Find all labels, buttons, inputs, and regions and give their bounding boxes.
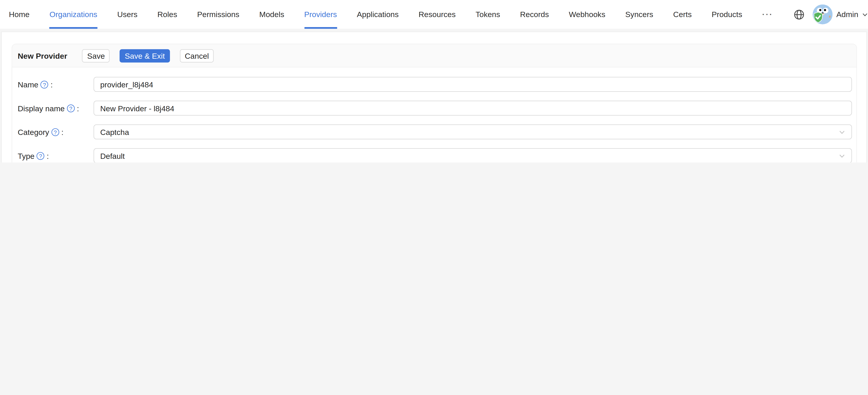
nav-item-permissions[interactable]: Permissions — [197, 0, 239, 29]
form-row-name: Name ? : — [18, 77, 852, 92]
field-label-category: Category ? : — [18, 127, 94, 136]
label-text: Category — [18, 127, 49, 136]
chevron-down-icon — [839, 153, 845, 159]
chevron-down-icon — [862, 11, 868, 18]
nav-item-webhooks[interactable]: Webhooks — [569, 0, 605, 29]
field-label-display-name: Display name ? : — [18, 104, 94, 112]
field-label-type: Type ? : — [18, 151, 94, 160]
nav-item-models[interactable]: Models — [259, 0, 284, 29]
type-select-value: Default — [100, 151, 125, 160]
nav-item-records[interactable]: Records — [520, 0, 549, 29]
field-label-name: Name ? : — [18, 80, 94, 89]
user-name-label: Admin — [836, 10, 858, 19]
label-text: Display name — [18, 104, 65, 112]
nav-item-applications[interactable]: Applications — [357, 0, 399, 29]
nav-item-organizations[interactable]: Organizations — [50, 0, 97, 29]
casdoor-gopher-avatar — [812, 4, 832, 24]
card-body: Name ? : Display name ? : — [12, 68, 857, 162]
label-text: Name — [18, 80, 38, 89]
nav-item-users[interactable]: Users — [117, 0, 137, 29]
label-colon: : — [77, 104, 79, 112]
content-panel: New Provider Save Save & Exit Cancel Nam… — [1, 32, 867, 162]
label-colon: : — [47, 151, 49, 160]
globe-icon[interactable] — [793, 9, 805, 20]
category-select[interactable]: Captcha — [94, 125, 852, 139]
question-circle-icon[interactable]: ? — [67, 104, 75, 112]
nav-item-syncers[interactable]: Syncers — [625, 0, 653, 29]
nav-item-tokens[interactable]: Tokens — [475, 0, 500, 29]
form-row-category: Category ? : Captcha — [18, 125, 852, 139]
form-row-type: Type ? : Default — [18, 148, 852, 162]
nav-item-roles[interactable]: Roles — [157, 0, 177, 29]
form-row-display-name: Display name ? : — [18, 101, 852, 116]
question-circle-icon[interactable]: ? — [37, 152, 44, 160]
name-input[interactable] — [94, 77, 852, 92]
nav-item-products[interactable]: Products — [712, 0, 742, 29]
card-header: New Provider Save Save & Exit Cancel — [12, 44, 857, 67]
nav-item-certs[interactable]: Certs — [673, 0, 692, 29]
user-menu[interactable]: Admin — [812, 4, 868, 24]
cancel-button-top[interactable]: Cancel — [180, 49, 214, 62]
nav-menu: Home Organizations Users Roles Permissio… — [9, 0, 793, 29]
label-colon: : — [61, 127, 63, 136]
nav-overflow-ellipsis-icon[interactable]: ··· — [762, 0, 773, 29]
display-name-input[interactable] — [94, 101, 852, 116]
chevron-down-icon — [839, 129, 845, 135]
label-colon: : — [51, 80, 53, 89]
nav-item-home[interactable]: Home — [9, 0, 30, 29]
question-circle-icon[interactable]: ? — [40, 80, 48, 88]
page-title: New Provider — [18, 51, 67, 60]
label-text: Type — [18, 151, 35, 160]
save-exit-button-top[interactable]: Save & Exit — [120, 49, 170, 62]
top-navigation-bar: Home Organizations Users Roles Permissio… — [0, 0, 868, 29]
new-provider-card: New Provider Save Save & Exit Cancel Nam… — [11, 44, 857, 162]
casdoor-admin-page: Home Organizations Users Roles Permissio… — [0, 0, 868, 162]
nav-item-resources[interactable]: Resources — [418, 0, 456, 29]
save-button-top[interactable]: Save — [82, 49, 110, 62]
nav-right-section: Admin — [793, 4, 868, 24]
nav-item-providers[interactable]: Providers — [304, 0, 337, 29]
category-select-value: Captcha — [100, 127, 129, 136]
question-circle-icon[interactable]: ? — [52, 128, 59, 136]
type-select[interactable]: Default — [94, 148, 852, 162]
